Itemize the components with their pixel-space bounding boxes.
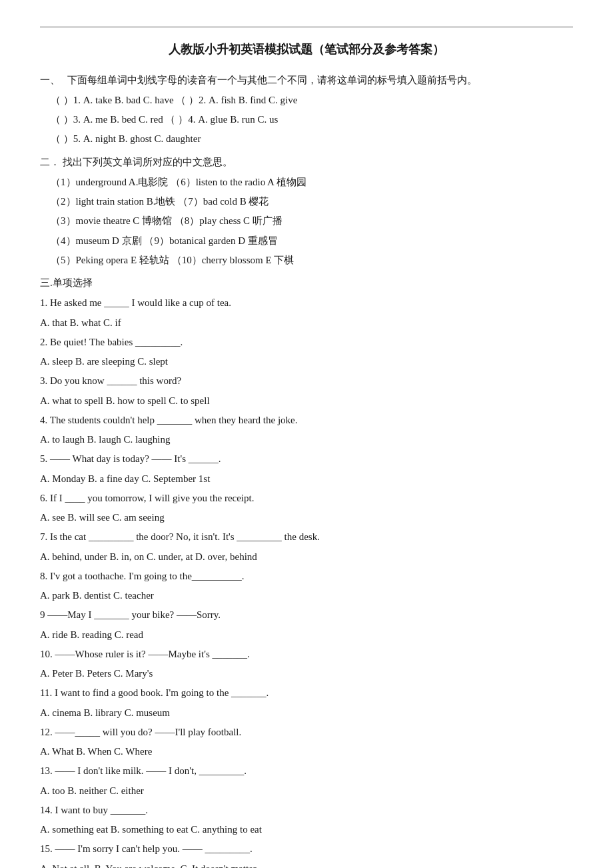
q4-options: A. to laugh B. laugh C. laughing xyxy=(40,431,573,448)
section1-header: 一、 下面每组单词中划线字母的读音有一个与其他二个不同，请将这单词的标号填入题前… xyxy=(40,71,573,89)
section2-header: 二． 找出下列英文单词所对应的中文意思。 xyxy=(40,153,573,171)
q2-text: 2. Be quiet! The babies _________. xyxy=(40,333,573,351)
section1-item-2: （ ）3. A. me B. bed C. red （ ）4. A. glue … xyxy=(40,111,573,128)
section2-item-5: （5）Peking opera E 轻轨站 （10）cherry blossom… xyxy=(40,251,573,269)
section-3: 三.单项选择 1. He asked me _____ I would like… xyxy=(40,274,573,868)
q10-options: A. Peter B. Peters C. Mary's xyxy=(40,665,573,682)
q9-options: A. ride B. reading C. read xyxy=(40,626,573,643)
page-title: 人教版小升初英语模拟试题（笔试部分及参考答案） xyxy=(40,39,573,61)
q3-options: A. what to spell B. how to spell C. to s… xyxy=(40,392,573,409)
q13-text: 13. —— I don't like milk. —— I don't, __… xyxy=(40,762,573,779)
section1-item-1: （ ）1. A. take B. bad C. have （ ）2. A. fi… xyxy=(40,91,573,109)
q11-options: A. cinema B. library C. museum xyxy=(40,704,573,721)
q7-options: A. behind, under B. in, on C. under, at … xyxy=(40,548,573,565)
q14-text: 14. I want to buy _______. xyxy=(40,801,573,819)
q9-text: 9 ——May I _______ your bike? ——Sorry. xyxy=(40,606,573,623)
section1-label: 一、 xyxy=(40,75,60,85)
q1-options: A. that B. what C. if xyxy=(40,314,573,331)
q15-options: A. Not at all. B. You are welcome. C. It… xyxy=(40,860,573,869)
section2-item-2: （2）light train station B.地铁 （7）bad cold … xyxy=(40,193,573,210)
q2-options: A. sleep B. are sleeping C. slept xyxy=(40,353,573,370)
q11-text: 11. I want to find a good book. I'm goin… xyxy=(40,684,573,701)
section2-item-3: （3）movie theatre C 博物馆 （8）play chess C 听… xyxy=(40,212,573,229)
q14-options: A. something eat B. something to eat C. … xyxy=(40,821,573,838)
section2-item-1: （1）underground A.电影院 （6）listen to the ra… xyxy=(40,173,573,191)
q12-options: A. What B. When C. Where xyxy=(40,743,573,760)
section-2: 二． 找出下列英文单词所对应的中文意思。 （1）underground A.电影… xyxy=(40,153,573,269)
q3-text: 3. Do you know ______ this word? xyxy=(40,372,573,389)
q15-text: 15. —— I'm sorry I can't help you. —— __… xyxy=(40,840,573,857)
top-divider xyxy=(40,27,573,27)
q7-text: 7. Is the cat _________ the door? No, it… xyxy=(40,528,573,545)
q5-text: 5. —— What day is today? —— It's ______. xyxy=(40,450,573,467)
section-1: 一、 下面每组单词中划线字母的读音有一个与其他二个不同，请将这单词的标号填入题前… xyxy=(40,71,573,148)
q12-text: 12. ——_____ will you do? ——I'll play foo… xyxy=(40,723,573,741)
q1-text: 1. He asked me _____ I would like a cup … xyxy=(40,294,573,311)
q13-options: A. too B. neither C. either xyxy=(40,782,573,799)
section2-item-4: （4）museum D 京剧 （9）botanical garden D 重感冒 xyxy=(40,232,573,249)
q6-options: A. see B. will see C. am seeing xyxy=(40,509,573,526)
section2-label: 二． xyxy=(40,157,60,167)
section3-label: 三.单项选择 xyxy=(40,274,573,291)
q6-text: 6. If I ____ you tomorrow, I will give y… xyxy=(40,489,573,507)
section2-instruction: 找出下列英文单词所对应的中文意思。 xyxy=(63,157,233,167)
q8-text: 8. I'v got a toothache. I'm going to the… xyxy=(40,567,573,585)
q4-text: 4. The students couldn't help _______ wh… xyxy=(40,411,573,429)
section1-item-3: （ ）5. A. night B. ghost C. daughter xyxy=(40,130,573,147)
q10-text: 10. ——Whose ruler is it? ——Maybe it's __… xyxy=(40,645,573,663)
q8-options: A. park B. dentist C. teacher xyxy=(40,587,573,604)
q5-options: A. Monday B. a fine day C. September 1st xyxy=(40,470,573,487)
section1-instruction: 下面每组单词中划线字母的读音有一个与其他二个不同，请将这单词的标号填入题前括号内… xyxy=(67,75,477,85)
